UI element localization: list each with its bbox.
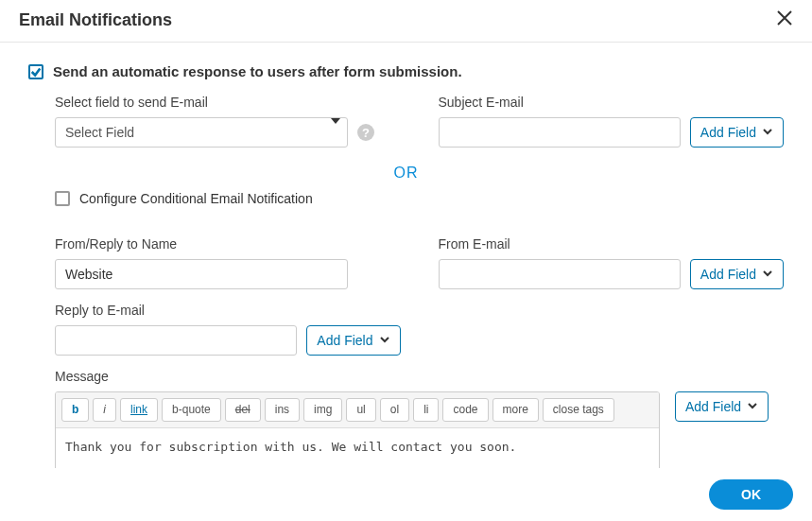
close-icon[interactable] — [776, 9, 793, 30]
select-field-dropdown[interactable]: Select Field — [55, 117, 348, 148]
subject-label: Subject E-mail — [439, 95, 785, 110]
add-field-label: Add Field — [685, 399, 741, 414]
auto-response-label: Send an automatic response to users afte… — [53, 63, 462, 79]
col-reply-to: Reply to E-mail Add Field — [55, 303, 401, 369]
toolbar-more-button[interactable]: more — [492, 398, 539, 422]
ok-button[interactable]: OK — [709, 479, 793, 510]
dialog-body: Send an automatic response to users afte… — [0, 43, 812, 468]
toolbar-ul-button[interactable]: ul — [346, 398, 375, 422]
chevron-down-icon — [379, 333, 390, 348]
toolbar-ol-button[interactable]: ol — [380, 398, 409, 422]
add-field-label: Add Field — [700, 125, 756, 140]
subject-input[interactable] — [439, 117, 681, 148]
auto-response-row: Send an automatic response to users afte… — [28, 63, 784, 79]
editor-toolbar: b i link b-quote del ins img ul ol li co… — [56, 392, 659, 428]
conditional-checkbox[interactable] — [55, 191, 70, 206]
toolbar-bquote-button[interactable]: b-quote — [162, 398, 221, 422]
dialog-footer: OK — [0, 468, 812, 521]
message-textarea[interactable]: Thank you for subscription with us. We w… — [56, 428, 659, 468]
toolbar-code-button[interactable]: code — [442, 398, 488, 422]
email-notifications-dialog: Email Notifications Send an automatic re… — [0, 0, 812, 521]
toolbar-li-button[interactable]: li — [413, 398, 439, 422]
row-select-subject: Select field to send E-mail Select Field… — [28, 95, 784, 161]
add-field-message-button[interactable]: Add Field — [675, 391, 769, 422]
col-subject: Subject E-mail Add Field — [439, 95, 785, 161]
toolbar-del-button[interactable]: del — [225, 398, 261, 422]
add-field-from-email-button[interactable]: Add Field — [690, 259, 784, 289]
add-field-label: Add Field — [700, 267, 756, 282]
toolbar-ins-button[interactable]: ins — [265, 398, 300, 422]
dialog-header: Email Notifications — [0, 0, 812, 43]
row-reply: Reply to E-mail Add Field — [28, 303, 784, 369]
toolbar-img-button[interactable]: img — [303, 398, 342, 422]
select-field-label: Select field to send E-mail — [55, 95, 401, 110]
toolbar-italic-button[interactable]: i — [93, 398, 116, 422]
select-field-value: Select Field — [65, 125, 134, 140]
message-editor: b i link b-quote del ins img ul ol li co… — [55, 391, 660, 468]
dialog-title: Email Notifications — [19, 10, 172, 30]
auto-response-checkbox[interactable] — [28, 64, 43, 79]
toolbar-bold-button[interactable]: b — [61, 398, 89, 422]
from-name-input[interactable] — [55, 259, 348, 289]
add-field-subject-button[interactable]: Add Field — [690, 117, 784, 148]
row-from: From/Reply to Name From E-mail Add Field — [28, 236, 784, 303]
conditional-row: Configure Conditional Email Notification — [55, 191, 784, 206]
col-from-name: From/Reply to Name — [55, 236, 401, 303]
col-select-field: Select field to send E-mail Select Field… — [55, 95, 401, 161]
help-icon[interactable]: ? — [357, 124, 374, 141]
from-name-label: From/Reply to Name — [55, 236, 401, 252]
chevron-down-icon — [762, 125, 773, 140]
add-field-label: Add Field — [317, 333, 372, 348]
col-empty — [439, 303, 785, 369]
reply-to-input[interactable] — [55, 325, 297, 356]
message-label: Message — [55, 369, 784, 384]
add-field-reply-to-button[interactable]: Add Field — [306, 325, 400, 356]
toolbar-close-tags-button[interactable]: close tags — [543, 398, 614, 422]
message-section: Message b i link b-quote del ins img ul … — [55, 369, 784, 468]
col-from-email: From E-mail Add Field — [439, 236, 785, 303]
or-separator: OR — [28, 165, 784, 182]
chevron-down-icon — [762, 267, 773, 282]
from-email-label: From E-mail — [439, 236, 785, 252]
conditional-label: Configure Conditional Email Notification — [79, 191, 313, 206]
reply-to-label: Reply to E-mail — [55, 303, 401, 318]
chevron-down-icon — [747, 399, 758, 414]
from-email-input[interactable] — [439, 259, 681, 289]
toolbar-link-button[interactable]: link — [120, 398, 158, 422]
